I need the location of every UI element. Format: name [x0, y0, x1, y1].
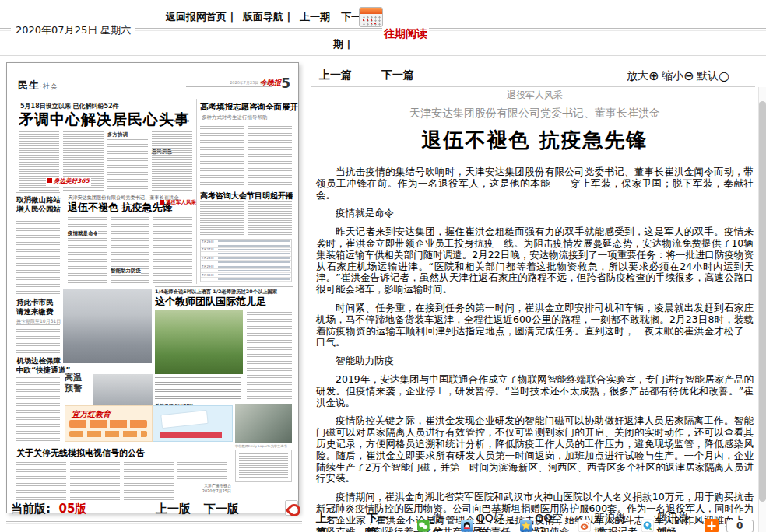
ad-product-image: [160, 410, 209, 429]
right-story2-headline[interactable]: 高考咨询大会节目明起开播: [200, 191, 293, 201]
qzone-icon: [520, 519, 532, 532]
article-paragraph: 2019年，安达集团与中国联通合作成立了物联网智能终端联合实验室，专门进行智能居…: [316, 374, 754, 408]
zoom-in-icon: ⊕: [648, 68, 659, 83]
center-story-headline[interactable]: 退伍不褪色 抗疫急先锋: [68, 201, 173, 215]
simulated-text-column: [152, 131, 192, 192]
simulated-text-block: [239, 453, 288, 478]
zoom-out-button[interactable]: 缩小⊖: [662, 68, 694, 83]
simulated-text-column: [247, 312, 292, 399]
article-section-heading: 疫情就是命令: [316, 208, 754, 219]
center-story-section2: 智能助力防疫: [111, 267, 141, 275]
qq-icon: [461, 519, 473, 532]
ad-left-part: 宜万红教育: [65, 405, 153, 442]
current-page-value: 05版: [58, 502, 86, 516]
simulated-text-column: [16, 460, 66, 500]
advertisement-banner: 宜万红教育: [65, 405, 233, 442]
simulated-text-column: [124, 460, 174, 500]
current-page-label: 当前版: 05版: [11, 502, 86, 516]
article-paragraph: 当抗击疫情的集结号吹响时，天津安达集团股份有限公司党委书记、董事长崔洪金闻令而动…: [316, 166, 754, 201]
prev-page-link[interactable]: 上一版: [156, 502, 191, 516]
article-body: 当抗击疫情的集结号吹响时，天津安达集团股份有限公司党委书记、董事长崔洪金闻令而动…: [316, 166, 754, 532]
masthead-rule: [16, 96, 290, 96]
simulated-text-column: [16, 324, 60, 354]
next-article-link[interactable]: 下一篇: [381, 68, 414, 82]
reader-bottom-divider: [311, 506, 755, 506]
newspaper-page-thumbnail[interactable]: 民生·社会 2020年7月25日 星期六 今晚报 5 5月18日设立以来 已化解…: [6, 62, 299, 513]
simulated-text-column: [200, 124, 244, 187]
reader-top-divider: [311, 86, 755, 87]
simulated-text-column: [153, 217, 192, 285]
ad-red-strip: [160, 432, 222, 438]
prev-issue-link[interactable]: 上一期: [300, 10, 330, 24]
photo-street-scene: [63, 289, 152, 363]
center-story-section1: 疫情就是命令: [68, 229, 98, 238]
zoom-reset-icon: ○: [719, 68, 729, 83]
next-issue-link-wrap[interactable]: 期 |: [333, 37, 350, 51]
left-bottom-line: [6, 521, 302, 522]
zoom-reset-button[interactable]: 默认○: [697, 68, 729, 83]
ad-graphic: [69, 420, 147, 428]
share-wechat-button[interactable]: 微信: [417, 512, 452, 532]
share-tencent-weibo-button[interactable]: 腾讯微博: [641, 512, 695, 532]
share-more-button[interactable]: [705, 519, 722, 532]
share-qq-button[interactable]: QQ好友: [461, 512, 510, 532]
simulated-text-column: [248, 201, 292, 236]
article-kicker: 退役军人风采: [316, 89, 754, 102]
left-story2-headline[interactable]: 持此卡市民 请速来缴费: [16, 298, 54, 317]
section-title: 民生·社会: [18, 79, 58, 93]
photo-teachers-on-grass: [155, 310, 243, 374]
issue-date: 2020年07月25日 星期六: [11, 23, 135, 37]
simulated-text-column: [177, 460, 227, 480]
simulated-text-column: [16, 219, 60, 295]
simulated-text-column: [68, 217, 107, 285]
article-subtitle: 天津安达集团股份有限公司党委书记、董事长崔洪金: [316, 107, 754, 121]
page-navigation-link[interactable]: 版面导航 |: [243, 10, 290, 24]
home-link[interactable]: 返回报网首页 |: [166, 10, 234, 24]
photo-teacher-bookshelf: [235, 404, 292, 443]
pdf-download-icon[interactable]: [285, 500, 298, 516]
sina-weibo-icon: [578, 519, 591, 532]
tencent-weibo-icon: [641, 519, 654, 532]
zoom-out-icon: ⊖: [683, 68, 694, 83]
center-story-tag: 退役军人风采: [160, 199, 196, 206]
prev-article-link-bottom[interactable]: 上一篇: [316, 512, 345, 532]
next-page-link[interactable]: 下一版: [204, 502, 239, 516]
simulated-text-column: [200, 201, 244, 236]
simulated-text-column: [155, 377, 241, 401]
article-paragraph: 昨天记者来到安达集团，握住崔洪金粗糙而强有力的双手就能感受到，这是军人的双手。疫…: [316, 226, 754, 296]
left-story1-headline[interactable]: 取消微山路站 增人民公园站: [16, 195, 61, 214]
share-qzone-button[interactable]: QQ空间: [520, 512, 569, 532]
zoom-in-button[interactable]: 放大⊕: [627, 68, 659, 83]
simulated-text-column: [107, 139, 148, 192]
prev-article-link[interactable]: 上一篇: [319, 68, 352, 82]
calendar-icon-marks: [363, 19, 364, 21]
photo-caption: 学校教师Emily Laporte为学生选书: [235, 444, 292, 448]
notice-headline[interactable]: 关于关停无线模拟电视信号的公告: [16, 447, 145, 459]
badge-column-logo: 身边美好365: [46, 177, 91, 186]
education-story-headline[interactable]: 这个教师团队国际范儿足: [155, 295, 266, 309]
article-section-heading: 智能助力防疫: [316, 355, 754, 367]
scrollbar-thumb[interactable]: [759, 101, 766, 502]
info-box: [235, 450, 292, 482]
page-number: 5: [281, 75, 290, 91]
share-bar: 上一篇 下一篇 微信 QQ好友 QQ空间 新浪微博 腾讯微博 0: [316, 512, 754, 532]
ad-graphic-2: [69, 431, 147, 437]
past-issues-link[interactable]: 往期阅读: [382, 27, 429, 41]
article-paragraph: 疫情防控关键之际，崔洪金发现企业研发的智能门磁可以协助做好返津人员居家隔离工作。…: [316, 415, 754, 485]
top-story-headline[interactable]: 矛调中心解决居民心头事: [19, 110, 195, 130]
article-content: 退役军人风采 天津安达集团股份有限公司党委书记、董事长崔洪金 退伍不褪色 抗疫急…: [316, 89, 754, 532]
simulated-text-column: [16, 377, 60, 443]
next-article-link-bottom[interactable]: 下一篇: [367, 512, 395, 532]
calendar-icon-grid: [362, 16, 381, 26]
notice-signature: 天津广播电视台 2020年7月25日: [175, 483, 231, 494]
consult-schedule-table: 7月26日 7月27日 7月28日 7月29日 7月30日: [200, 239, 292, 282]
column-rule: [196, 99, 197, 284]
calendar-icon[interactable]: [359, 7, 383, 27]
ad-brand-text: 宜万红教育: [72, 409, 111, 420]
right-story1-subhead: 多种方式对考生进行指导帮助: [202, 114, 268, 121]
top-story-subhead-1: 多方协调: [107, 131, 128, 138]
simulated-text-column: [248, 124, 292, 187]
masthead-contact-simulated: [186, 86, 272, 91]
right-story1-headline[interactable]: 高考填报志愿咨询全面展开: [200, 102, 298, 113]
share-sina-weibo-button[interactable]: 新浪微博: [578, 512, 632, 532]
